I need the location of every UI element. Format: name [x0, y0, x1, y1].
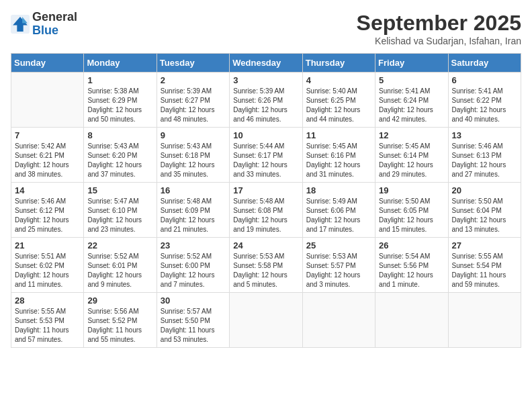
calendar-cell: 10Sunrise: 5:44 AM Sunset: 6:17 PM Dayli… — [230, 128, 302, 183]
day-number: 28 — [15, 295, 80, 306]
day-number: 26 — [379, 240, 444, 250]
calendar-cell: 19Sunrise: 5:50 AM Sunset: 6:05 PM Dayli… — [375, 183, 448, 238]
cell-info: Sunrise: 5:55 AM Sunset: 5:53 PM Dayligh… — [15, 307, 80, 345]
calendar-cell: 16Sunrise: 5:48 AM Sunset: 6:09 PM Dayli… — [157, 183, 229, 238]
calendar-cell: 7Sunrise: 5:42 AM Sunset: 6:21 PM Daylig… — [11, 128, 84, 183]
calendar-cell: 24Sunrise: 5:53 AM Sunset: 5:58 PM Dayli… — [230, 238, 302, 293]
cell-info: Sunrise: 5:53 AM Sunset: 5:57 PM Dayligh… — [306, 252, 371, 289]
cell-info: Sunrise: 5:52 AM Sunset: 6:00 PM Dayligh… — [161, 252, 226, 289]
day-number: 13 — [452, 130, 517, 140]
cell-info: Sunrise: 5:39 AM Sunset: 6:27 PM Dayligh… — [161, 87, 226, 124]
day-number: 20 — [452, 185, 517, 195]
cell-info: Sunrise: 5:54 AM Sunset: 5:56 PM Dayligh… — [379, 252, 444, 289]
day-number: 23 — [161, 240, 226, 250]
cell-info: Sunrise: 5:39 AM Sunset: 6:26 PM Dayligh… — [233, 87, 298, 124]
cell-info: Sunrise: 5:43 AM Sunset: 6:20 PM Dayligh… — [87, 142, 152, 179]
title-block: September 2025 Kelishad va Sudarjan, Isf… — [357, 11, 521, 46]
day-number: 18 — [306, 185, 371, 195]
cell-info: Sunrise: 5:43 AM Sunset: 6:18 PM Dayligh… — [161, 142, 226, 179]
calendar-week-row: 1Sunrise: 5:38 AM Sunset: 6:29 PM Daylig… — [11, 73, 521, 128]
calendar-week-row: 21Sunrise: 5:51 AM Sunset: 6:02 PM Dayli… — [11, 238, 521, 293]
day-number: 30 — [161, 295, 226, 306]
calendar-cell: 14Sunrise: 5:46 AM Sunset: 6:12 PM Dayli… — [11, 183, 84, 238]
calendar-cell: 8Sunrise: 5:43 AM Sunset: 6:20 PM Daylig… — [84, 128, 157, 183]
calendar-cell: 5Sunrise: 5:41 AM Sunset: 6:24 PM Daylig… — [375, 73, 448, 128]
day-number: 14 — [15, 185, 80, 195]
calendar-cell: 1Sunrise: 5:38 AM Sunset: 6:29 PM Daylig… — [84, 73, 157, 128]
calendar-cell: 20Sunrise: 5:50 AM Sunset: 6:04 PM Dayli… — [448, 183, 521, 238]
cell-info: Sunrise: 5:41 AM Sunset: 6:22 PM Dayligh… — [452, 87, 517, 124]
calendar-cell: 26Sunrise: 5:54 AM Sunset: 5:56 PM Dayli… — [375, 238, 448, 293]
day-number: 24 — [233, 240, 298, 250]
calendar-cell — [11, 73, 84, 128]
calendar-cell: 17Sunrise: 5:48 AM Sunset: 6:08 PM Dayli… — [230, 183, 302, 238]
weekday-header: Monday — [84, 54, 157, 73]
weekday-header: Sunday — [11, 54, 84, 73]
cell-info: Sunrise: 5:53 AM Sunset: 5:58 PM Dayligh… — [233, 252, 298, 289]
calendar-week-row: 14Sunrise: 5:46 AM Sunset: 6:12 PM Dayli… — [11, 183, 521, 238]
cell-info: Sunrise: 5:48 AM Sunset: 6:09 PM Dayligh… — [161, 197, 226, 234]
cell-info: Sunrise: 5:44 AM Sunset: 6:17 PM Dayligh… — [233, 142, 298, 179]
day-number: 19 — [379, 185, 444, 195]
cell-info: Sunrise: 5:57 AM Sunset: 5:50 PM Dayligh… — [161, 307, 226, 345]
day-number: 3 — [233, 75, 298, 85]
cell-info: Sunrise: 5:51 AM Sunset: 6:02 PM Dayligh… — [15, 252, 80, 289]
day-number: 22 — [87, 240, 152, 250]
calendar-table: SundayMondayTuesdayWednesdayThursdayFrid… — [11, 53, 521, 348]
weekday-header-row: SundayMondayTuesdayWednesdayThursdayFrid… — [11, 54, 521, 73]
cell-info: Sunrise: 5:50 AM Sunset: 6:05 PM Dayligh… — [379, 197, 444, 234]
calendar-cell: 29Sunrise: 5:56 AM Sunset: 5:52 PM Dayli… — [84, 293, 157, 348]
calendar-cell: 22Sunrise: 5:52 AM Sunset: 6:01 PM Dayli… — [84, 238, 157, 293]
calendar-cell: 28Sunrise: 5:55 AM Sunset: 5:53 PM Dayli… — [11, 293, 84, 348]
calendar-cell: 12Sunrise: 5:45 AM Sunset: 6:14 PM Dayli… — [375, 128, 448, 183]
day-number: 12 — [379, 130, 444, 140]
cell-info: Sunrise: 5:48 AM Sunset: 6:08 PM Dayligh… — [233, 197, 298, 234]
calendar-week-row: 28Sunrise: 5:55 AM Sunset: 5:53 PM Dayli… — [11, 293, 521, 348]
day-number: 8 — [87, 130, 152, 140]
cell-info: Sunrise: 5:45 AM Sunset: 6:16 PM Dayligh… — [306, 142, 371, 179]
calendar-week-row: 7Sunrise: 5:42 AM Sunset: 6:21 PM Daylig… — [11, 128, 521, 183]
day-number: 25 — [306, 240, 371, 250]
day-number: 10 — [233, 130, 298, 140]
cell-info: Sunrise: 5:47 AM Sunset: 6:10 PM Dayligh… — [87, 197, 152, 234]
day-number: 15 — [87, 185, 152, 195]
calendar-cell: 13Sunrise: 5:46 AM Sunset: 6:13 PM Dayli… — [448, 128, 521, 183]
cell-info: Sunrise: 5:55 AM Sunset: 5:54 PM Dayligh… — [452, 252, 517, 289]
day-number: 5 — [379, 75, 444, 85]
day-number: 27 — [452, 240, 517, 250]
cell-info: Sunrise: 5:52 AM Sunset: 6:01 PM Dayligh… — [87, 252, 152, 289]
cell-info: Sunrise: 5:45 AM Sunset: 6:14 PM Dayligh… — [379, 142, 444, 179]
calendar-cell — [448, 293, 521, 348]
weekday-header: Friday — [375, 54, 448, 73]
cell-info: Sunrise: 5:42 AM Sunset: 6:21 PM Dayligh… — [15, 142, 80, 179]
logo-line1: General — [32, 11, 77, 24]
logo-line2: Blue — [32, 24, 77, 38]
day-number: 2 — [161, 75, 226, 85]
page-header: General Blue September 2025 Kelishad va … — [11, 11, 521, 46]
day-number: 11 — [306, 130, 371, 140]
cell-info: Sunrise: 5:49 AM Sunset: 6:06 PM Dayligh… — [306, 197, 371, 234]
calendar-cell: 30Sunrise: 5:57 AM Sunset: 5:50 PM Dayli… — [157, 293, 229, 348]
cell-info: Sunrise: 5:40 AM Sunset: 6:25 PM Dayligh… — [306, 87, 371, 124]
calendar-cell: 4Sunrise: 5:40 AM Sunset: 6:25 PM Daylig… — [302, 73, 375, 128]
day-number: 4 — [306, 75, 371, 85]
calendar-cell: 25Sunrise: 5:53 AM Sunset: 5:57 PM Dayli… — [302, 238, 375, 293]
cell-info: Sunrise: 5:41 AM Sunset: 6:24 PM Dayligh… — [379, 87, 444, 124]
calendar-cell: 18Sunrise: 5:49 AM Sunset: 6:06 PM Dayli… — [302, 183, 375, 238]
day-number: 1 — [87, 75, 152, 85]
calendar-cell: 11Sunrise: 5:45 AM Sunset: 6:16 PM Dayli… — [302, 128, 375, 183]
weekday-header: Wednesday — [230, 54, 302, 73]
cell-info: Sunrise: 5:56 AM Sunset: 5:52 PM Dayligh… — [87, 307, 152, 345]
day-number: 17 — [233, 185, 298, 195]
logo-icon — [11, 15, 30, 34]
weekday-header: Saturday — [448, 54, 521, 73]
calendar-cell: 2Sunrise: 5:39 AM Sunset: 6:27 PM Daylig… — [157, 73, 229, 128]
cell-info: Sunrise: 5:50 AM Sunset: 6:04 PM Dayligh… — [452, 197, 517, 234]
day-number: 21 — [15, 240, 80, 250]
calendar-cell: 27Sunrise: 5:55 AM Sunset: 5:54 PM Dayli… — [448, 238, 521, 293]
day-number: 7 — [15, 130, 80, 140]
weekday-header: Thursday — [302, 54, 375, 73]
weekday-header: Tuesday — [157, 54, 229, 73]
calendar-cell: 9Sunrise: 5:43 AM Sunset: 6:18 PM Daylig… — [157, 128, 229, 183]
calendar-cell: 3Sunrise: 5:39 AM Sunset: 6:26 PM Daylig… — [230, 73, 302, 128]
